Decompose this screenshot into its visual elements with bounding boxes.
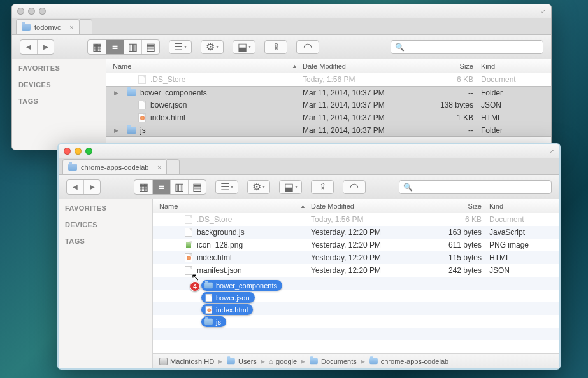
view-coverflow-button[interactable]: ▤ [188,180,206,194]
view-list-button[interactable]: ≡ [152,180,170,194]
file-row[interactable]: ▶bower_componentsMar 11, 2014, 10:37 PM-… [106,86,551,99]
file-size: 611 bytes [432,241,489,249]
search-icon: 🔍 [395,43,405,52]
file-row[interactable]: bower.jsonMar 11, 2014, 10:37 PM138 byte… [106,99,551,111]
titlebar-front[interactable]: ⤢ [59,144,559,158]
path-item[interactable]: Documents [309,358,357,365]
file-list-back[interactable]: .DS_StoreToday, 1:56 PM6 KBDocument▶bowe… [106,73,551,150]
fullscreen-icon[interactable]: ⤢ [541,8,546,15]
png-file-icon [183,241,193,250]
tags-button[interactable]: ◠ [343,180,366,194]
zoom-button[interactable] [39,8,46,15]
search-field[interactable]: 🔍 [391,40,543,54]
file-row[interactable]: ▶jsMar 11, 2014, 10:37 PM--Folder [106,124,551,137]
view-icon-button[interactable]: ▦ [88,40,106,54]
forward-button[interactable]: ▶ [37,40,54,54]
col-name[interactable]: Name▲ [153,202,311,210]
file-row[interactable]: .DS_StoreToday, 1:56 PM6 KBDocument [153,213,559,226]
arrange-button[interactable]: ☰▾ [169,40,192,54]
disclosure-triangle-icon[interactable]: ▶ [113,90,119,96]
dropbox-button[interactable]: ⬓▾ [279,180,302,194]
file-kind: Document [481,75,551,84]
file-date: Today, 1:56 PM [311,215,432,224]
view-mode-segment: ▦ ≡ ▥ ▤ [134,179,206,195]
tab-todomvc[interactable]: todomvc × [16,19,80,34]
file-row[interactable]: icon_128.pngYesterday, 12:20 PM611 bytes… [153,239,559,251]
tags-button[interactable]: ◠ [296,40,319,54]
path-item[interactable]: Macintosh HD [159,358,214,365]
sidebar-favorites[interactable]: FAVORITES [18,64,99,72]
nav-buttons: ◀ ▶ [66,179,101,195]
file-list-front[interactable]: .DS_StoreToday, 1:56 PM6 KBDocumentbackg… [153,213,559,353]
col-kind[interactable]: Kind [481,62,551,70]
close-button[interactable] [17,8,24,15]
col-name[interactable]: Name▲ [106,62,303,70]
back-button[interactable]: ◀ [20,40,37,54]
path-item[interactable]: chrome-apps-codelab [369,358,448,365]
dropbox-button[interactable]: ⬓▾ [233,40,255,54]
folder-icon [310,358,318,364]
action-button[interactable]: ⚙▾ [201,40,224,54]
forward-button[interactable]: ▶ [83,180,100,194]
toolbar-back: ◀ ▶ ▦ ≡ ▥ ▤ ☰▾ ⚙▾ ⬓▾ ⇪ ◠ 🔍 [12,35,551,59]
col-kind[interactable]: Kind [489,202,559,210]
minimize-button[interactable] [75,148,82,155]
file-row[interactable]: manifest.jsonYesterday, 12:20 PM242 byte… [153,264,559,277]
disclosure-triangle-icon[interactable]: ▶ [113,127,119,134]
sidebar-tags[interactable]: TAGS [18,97,99,105]
file-kind: HTML [489,253,559,262]
path-label: google [276,358,297,365]
file-size: 163 bytes [432,228,489,237]
close-icon[interactable]: × [157,164,161,171]
minimize-button[interactable] [28,8,35,15]
chevron-right-icon: ▶ [218,358,222,365]
search-field[interactable]: 🔍 [399,180,552,194]
arrange-button[interactable]: ☰▾ [215,180,238,194]
nav-buttons: ◀ ▶ [20,39,54,55]
file-date: Yesterday, 12:20 PM [311,253,432,262]
file-icon [183,215,193,225]
col-date[interactable]: Date Modified [303,62,424,70]
search-input[interactable] [415,183,547,192]
file-size: 1 KB [424,113,481,122]
col-size[interactable]: Size [432,202,489,210]
file-row[interactable]: index.htmlMar 11, 2014, 10:37 PM1 KBHTML [106,111,551,124]
sidebar-tags[interactable]: TAGS [65,237,146,245]
file-name: .DS_Store [150,75,185,84]
action-button[interactable]: ⚙▾ [247,180,270,194]
folder-icon [127,88,136,97]
file-name: index.html [150,113,185,122]
file-row[interactable]: .DS_StoreToday, 1:56 PM6 KBDocument [106,73,551,86]
close-icon[interactable]: × [69,24,73,31]
traffic-lights [64,148,92,155]
zoom-button[interactable] [85,148,92,155]
view-column-button[interactable]: ▥ [170,180,188,194]
close-button[interactable] [64,148,71,155]
view-icon-button[interactable]: ▦ [134,180,152,194]
back-button[interactable]: ◀ [67,180,83,194]
toolbar-front: ◀ ▶ ▦ ≡ ▥ ▤ ☰▾ ⚙▾ ⬓▾ ⇪ ◠ 🔍 [59,175,559,199]
tab-overflow [167,159,180,174]
sidebar-devices[interactable]: DEVICES [18,81,99,88]
file-row[interactable]: index.htmlYesterday, 12:20 PM115 bytesHT… [153,251,559,264]
sidebar-favorites[interactable]: FAVORITES [65,204,146,212]
col-size[interactable]: Size [424,62,481,70]
file-date: Mar 11, 2014, 10:37 PM [303,101,424,109]
titlebar-back[interactable]: ⤢ [12,4,551,18]
fullscreen-icon[interactable]: ⤢ [549,148,554,155]
search-input[interactable] [407,43,539,52]
view-column-button[interactable]: ▥ [124,40,141,54]
file-size: -- [424,88,481,97]
sidebar-devices[interactable]: DEVICES [65,221,146,228]
share-button[interactable]: ⇪ [264,40,287,54]
path-label: chrome-apps-codelab [381,358,448,365]
view-coverflow-button[interactable]: ▤ [141,40,159,54]
path-item[interactable]: Users [226,358,257,365]
file-size: 138 bytes [424,101,481,109]
file-row[interactable]: background.jsYesterday, 12:20 PM163 byte… [153,226,559,239]
path-item[interactable]: ⌂google [269,357,297,366]
share-button[interactable]: ⇪ [311,180,334,194]
view-list-button[interactable]: ≡ [106,40,124,54]
col-date[interactable]: Date Modified [311,202,432,210]
tab-chrome-apps-codelab[interactable]: chrome-apps-codelab × [62,159,167,174]
